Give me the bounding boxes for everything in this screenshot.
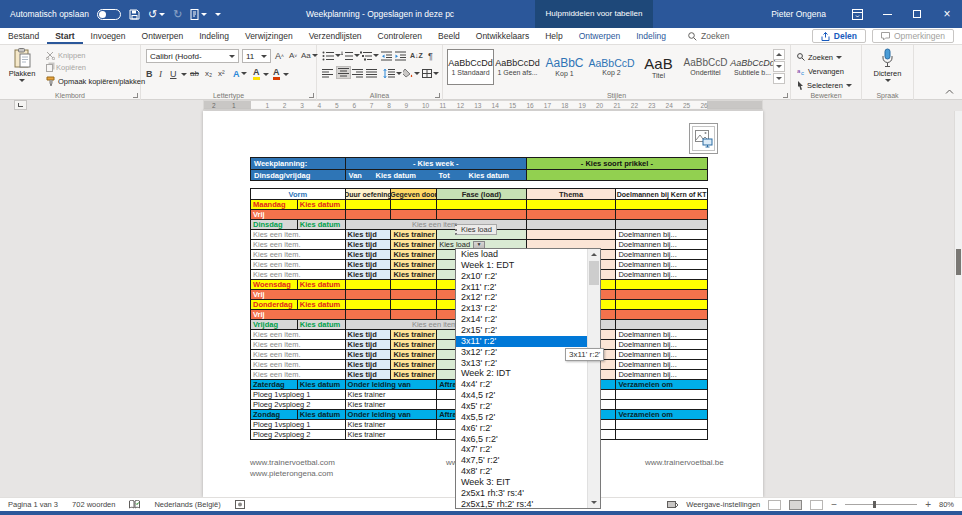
dropdown-item[interactable]: 4x6' r:2' xyxy=(456,423,587,434)
doelmannen-cell[interactable]: Doelmannen bij... xyxy=(616,370,707,379)
zoom-out-button[interactable]: − xyxy=(831,499,837,510)
find-button[interactable]: Zoeken xyxy=(797,51,842,63)
style-1-standaard[interactable]: AaBbCcDd1 Standaard xyxy=(447,49,494,85)
decrease-indent-button[interactable] xyxy=(381,49,392,62)
kies-datum-tot[interactable]: Kies datum xyxy=(469,171,509,180)
tab-selector[interactable] xyxy=(14,100,27,110)
kies-prikkel-cell[interactable]: - Kies soort prikkel - xyxy=(527,158,707,169)
strikethrough-button[interactable]: ab xyxy=(190,67,199,80)
dropdown-item[interactable]: 4x7' r:2' xyxy=(456,444,587,455)
kies-trainer-cell[interactable]: Kies trainer xyxy=(391,260,437,269)
font-name-select[interactable]: Calibri (Hoofd- xyxy=(146,49,239,63)
dropdown-item[interactable]: 2x14' r:2' xyxy=(456,314,587,325)
collapse-ribbon-icon[interactable] xyxy=(945,89,954,95)
kies-trainer-cell[interactable]: Kies trainer xyxy=(391,230,437,239)
dropdown-item[interactable]: 2x5x1,5' rh:2' rs:4' xyxy=(456,499,587,508)
kies-trainer-cell[interactable]: Kies trainer xyxy=(346,430,438,439)
tab-bestand[interactable]: Bestand xyxy=(0,28,47,44)
thema-cell[interactable] xyxy=(527,230,617,239)
change-case-button[interactable]: Aa xyxy=(301,49,318,62)
dropdown-item[interactable]: 4x8' r:2' xyxy=(456,466,587,477)
link-pieterongena-com[interactable]: www.pieterongena.com xyxy=(250,468,335,479)
kies-tijd-cell[interactable]: Kies tijd xyxy=(346,330,392,339)
dropdown-item[interactable]: Kies load xyxy=(456,249,587,260)
font-color-options-icon[interactable] xyxy=(283,73,289,76)
font-color-button[interactable]: A xyxy=(273,67,280,80)
kies-item-placeholder[interactable]: Kies een item. xyxy=(346,220,527,229)
kies-item-cell[interactable]: Kies een item. xyxy=(251,330,346,339)
close-button[interactable]: × xyxy=(932,0,962,28)
kies-item-cell[interactable]: Kies een item. xyxy=(251,260,346,269)
tab-verwijzingen[interactable]: Verwijzingen xyxy=(237,28,301,44)
style-kop-1[interactable]: AaBbCKop 1 xyxy=(541,49,588,85)
tab-help[interactable]: Help xyxy=(537,28,570,44)
increase-indent-button[interactable] xyxy=(395,49,406,62)
kies-tijd-cell[interactable]: Kies tijd xyxy=(346,360,392,369)
borders-button[interactable] xyxy=(422,67,439,80)
dropdown-item[interactable]: 4x7,5' r:2' xyxy=(456,455,587,466)
content-control-tag[interactable]: Kies load xyxy=(455,224,497,235)
doelmannen-cell[interactable]: Doelmannen bij... xyxy=(616,330,707,339)
view-settings-label[interactable]: Weergave-instellingen xyxy=(686,500,760,509)
styles-gallery-expand-icon[interactable] xyxy=(773,73,785,84)
kies-trainer-cell[interactable]: Kies trainer xyxy=(391,250,437,259)
kies-item-cell[interactable]: Kies een item. xyxy=(251,350,346,359)
horizontal-ruler[interactable]: 2112345678910111213141516171819202122232… xyxy=(203,100,763,110)
dropdown-item[interactable]: 2x12' r:2' xyxy=(456,292,587,303)
highlight-button[interactable]: A xyxy=(253,67,260,80)
align-right-button[interactable] xyxy=(352,67,363,80)
style-1-geen-afs-[interactable]: AaBbCcDd1 Geen afs... xyxy=(494,49,541,85)
tab-ontwerpen[interactable]: Ontwerpen xyxy=(134,28,192,44)
dropdown-item[interactable]: 3x11' r:2' xyxy=(456,336,587,347)
kies-tijd-cell[interactable]: Kies tijd xyxy=(346,270,392,279)
tab-indeling-contextual[interactable]: Indeling xyxy=(628,28,674,44)
maximize-button[interactable] xyxy=(902,0,932,28)
footer-links-left[interactable]: www.trainervoetbal.com www.pieterongena.… xyxy=(250,457,335,479)
dropdown-item[interactable]: Week 2: IDT xyxy=(456,368,587,379)
kies-tijd-cell[interactable]: Kies tijd xyxy=(346,350,392,359)
kies-item-cell[interactable]: Kies een item. xyxy=(251,230,346,239)
kies-item-cell[interactable]: Kies een item. xyxy=(251,360,346,369)
kies-datum-van[interactable]: Kies datum xyxy=(376,171,439,180)
tab-beeld[interactable]: Beeld xyxy=(430,28,468,44)
dropdown-scroll-down-icon[interactable] xyxy=(588,497,600,508)
kies-datum-cell[interactable]: Kies datum xyxy=(298,380,346,389)
kies-trainer-cell[interactable]: Kies trainer xyxy=(391,370,437,379)
kies-item-cell[interactable]: Kies een item. xyxy=(251,240,346,249)
subscript-button[interactable]: x₂ xyxy=(205,67,212,80)
scrollbar-thumb[interactable] xyxy=(956,249,961,275)
minimize-button[interactable] xyxy=(872,0,902,28)
kies-datum-cell[interactable]: Kies datum xyxy=(298,410,346,419)
kies-trainer-cell[interactable]: Kies trainer xyxy=(391,340,437,349)
tab-invoegen[interactable]: Invoegen xyxy=(83,28,134,44)
week-dates-cell[interactable]: Van Kies datum Tot Kies datum xyxy=(346,170,527,180)
kies-item-cell[interactable]: Kies een item. xyxy=(251,270,346,279)
kies-tijd-cell[interactable]: Kies tijd xyxy=(346,240,392,249)
week-header-table[interactable]: Weekplanning: - Kies week - - Kies soort… xyxy=(250,157,708,181)
numbered-list-button[interactable] xyxy=(341,49,360,62)
shading-button[interactable] xyxy=(403,67,420,80)
kies-datum-cell[interactable]: Kies datum xyxy=(298,220,346,229)
replace-button[interactable]: ac Vervangen xyxy=(797,65,844,77)
tell-me-search[interactable]: Zoeken xyxy=(688,28,729,44)
language-indicator[interactable]: Nederlands (België) xyxy=(154,500,220,509)
print-layout-icon[interactable] xyxy=(789,500,802,510)
kies-trainer-cell[interactable]: Kies trainer xyxy=(391,330,437,339)
customize-toolbar-icon[interactable] xyxy=(215,13,221,16)
underline-options-icon[interactable] xyxy=(181,73,187,76)
page-indicator[interactable]: Pagina 1 van 3 xyxy=(8,500,58,509)
doelmannen-cell[interactable]: Doelmannen bij... xyxy=(616,260,707,269)
dropdown-scroll-up-icon[interactable] xyxy=(588,249,600,260)
doelmannen-cell[interactable]: Doelmannen bij... xyxy=(616,250,707,259)
kies-datum-cell[interactable]: Kies datum xyxy=(298,300,346,309)
highlight-options-icon[interactable] xyxy=(263,73,269,76)
style-ondertitel[interactable]: AaBbCcDOndertitel xyxy=(682,49,729,85)
style-titel[interactable]: AaBTitel xyxy=(635,49,682,85)
kies-trainer-cell[interactable]: Kies trainer xyxy=(391,350,437,359)
multilevel-list-button[interactable] xyxy=(360,49,379,62)
zoom-in-button[interactable]: + xyxy=(925,499,931,510)
zoom-slider[interactable] xyxy=(845,504,917,505)
align-center-button[interactable] xyxy=(336,66,351,79)
tab-verzendlijsten[interactable]: Verzendlijsten xyxy=(301,28,370,44)
dropdown-item[interactable]: Week 3: EIT xyxy=(456,477,587,488)
